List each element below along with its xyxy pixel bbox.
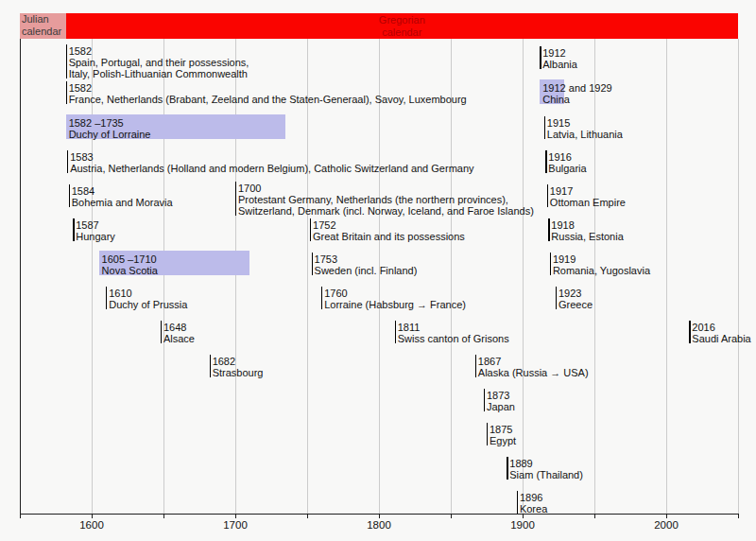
timeline-entry: 1582Spain, Portugal, and their possessio… <box>69 45 249 79</box>
timeline-entry: 1648Alsace <box>163 322 195 344</box>
gridline-1750 <box>307 39 308 514</box>
entry-tick-mark <box>550 253 551 275</box>
entry-label: Italy, Polish-Lithuanian Commonwealth <box>69 68 249 79</box>
gregorian-calendar-bar: Gregorian calendar <box>66 13 738 39</box>
entry-label: Latvia, Lithuania <box>547 129 623 140</box>
julian-bar-label-line1: Julian <box>22 13 66 26</box>
entry-tick-mark <box>545 150 546 173</box>
entry-tick-mark <box>556 287 557 309</box>
entry-tick-mark <box>321 287 322 309</box>
entry-label: Bulgaria <box>548 163 586 174</box>
timeline-entry: 1610Duchy of Prussia <box>109 288 187 310</box>
entry-tick-mark <box>689 321 690 343</box>
timeline-entry: 2016Saudi Arabia <box>692 322 750 344</box>
timeline-entry: 1923Greece <box>558 288 593 310</box>
timeline-entry: 1915Latvia, Lithuania <box>547 117 623 140</box>
entry-label: Romania, Yugoslavia <box>553 265 650 276</box>
entry-tick-mark <box>67 150 68 173</box>
entry-tick-mark <box>161 321 162 343</box>
entry-label: Lorraine (Habsburg → France) <box>324 299 466 310</box>
entry-year: 1918 <box>551 219 623 231</box>
gregorian-adoption-timeline-chart: Julian calendar Gregorian calendar 1582S… <box>0 0 756 541</box>
timeline-entry: 1875Egypt <box>490 424 516 446</box>
plot-left-border <box>20 13 22 514</box>
axis-tick-1550 <box>20 514 21 518</box>
entry-year: 1610 <box>109 288 187 299</box>
entry-year: 1752 <box>313 219 465 231</box>
timeline-entry: 1584Bohemia and Moravia <box>72 185 173 208</box>
axis-tick-1950 <box>594 514 595 518</box>
entry-year: 1912 <box>542 47 577 59</box>
gridline-1800 <box>379 39 380 514</box>
gridline-1900 <box>523 39 524 514</box>
entry-label: Ottoman Empire <box>550 197 626 208</box>
entry-label: Protestant Germany, Netherlands (the nor… <box>238 194 534 205</box>
timeline-entry: 1912 and 1929China <box>542 82 611 105</box>
julian-calendar-bar: Julian calendar <box>20 13 66 39</box>
entry-year: 1582 <box>69 82 467 94</box>
entry-tick-mark <box>235 182 236 216</box>
timeline-entry: 1896Korea <box>520 492 547 515</box>
entry-label: Korea <box>520 503 547 515</box>
entry-year: 1760 <box>324 288 466 299</box>
entry-label: China <box>542 94 611 105</box>
entry-label: Saudi Arabia <box>692 333 750 344</box>
axis-tick-1650 <box>163 514 164 518</box>
timeline-entry: 1912Albania <box>542 47 577 70</box>
timeline-entry: 1811Swiss canton of Grisons <box>398 322 509 344</box>
entry-tick-mark <box>395 321 396 343</box>
entry-tick-mark <box>548 218 549 241</box>
entry-label: Nova Scotia <box>102 265 158 276</box>
entry-tick-mark <box>517 491 518 514</box>
entry-year: 1582 –1735 <box>69 117 151 129</box>
entry-year: 1912 and 1929 <box>542 82 611 94</box>
axis-tick-2000 <box>666 514 667 518</box>
entry-tick-mark <box>475 355 476 377</box>
julian-bar-label-line2: calendar <box>22 26 66 38</box>
entry-tick-mark <box>484 389 485 411</box>
entry-tick-mark <box>507 457 507 480</box>
gridline-2050 <box>738 39 739 514</box>
entry-label: Duchy of Lorraine <box>69 129 151 140</box>
entry-label: Sweden (incl. Finland) <box>315 265 418 276</box>
timeline-entry: 1916Bulgaria <box>548 151 586 174</box>
axis-tick-1700 <box>235 514 236 518</box>
axis-tick-label-1900: 1900 <box>504 519 541 531</box>
entry-tick-mark <box>544 116 545 139</box>
gridline-2000 <box>666 39 667 514</box>
entry-label: Bohemia and Moravia <box>72 197 173 208</box>
gregorian-bar-label-line1: Gregorian <box>379 14 425 26</box>
entry-year: 1648 <box>163 322 195 333</box>
entry-tick-mark <box>540 46 541 69</box>
axis-tick-1600 <box>92 514 93 518</box>
entry-year: 1923 <box>558 288 593 299</box>
axis-tick-label-1800: 1800 <box>360 519 398 531</box>
timeline-entry: 1918Russia, Estonia <box>551 219 623 242</box>
entry-tick-mark <box>487 423 488 445</box>
gregorian-bar-label-line2: calendar <box>379 26 425 39</box>
timeline-entry: 1582France, Netherlands (Brabant, Zeelan… <box>69 82 467 105</box>
axis-tick-1750 <box>307 514 308 518</box>
entry-label: Greece <box>558 299 593 310</box>
timeline-entry: 1582 –1735Duchy of Lorraine <box>69 117 151 140</box>
entry-label: Albania <box>542 59 577 70</box>
entry-label: Russia, Estonia <box>551 231 623 242</box>
entry-tick-mark <box>547 184 548 207</box>
timeline-entry: 1587Hungary <box>76 219 115 242</box>
entry-year: 1867 <box>478 356 589 367</box>
timeline-entry: 1919Romania, Yugoslavia <box>553 253 650 276</box>
entry-year: 1700 <box>238 183 534 194</box>
timeline-entry: 1605 –1710Nova Scotia <box>102 253 158 276</box>
gridline-1950 <box>594 39 595 514</box>
gregorian-bar-label: Gregorian calendar <box>379 14 425 39</box>
timeline-entry: 1873Japan <box>487 390 515 412</box>
entry-year: 1916 <box>548 151 586 163</box>
entry-year: 1889 <box>509 458 583 469</box>
entry-tick-mark <box>66 81 67 104</box>
entry-label: Alaska (Russia → USA) <box>478 367 589 378</box>
timeline-entry: 1583Austria, Netherlands (Holland and mo… <box>70 151 473 174</box>
timeline-entry: 1682Strasbourg <box>213 356 264 378</box>
entry-year: 1919 <box>553 253 650 265</box>
axis-tick-label-1700: 1700 <box>216 519 254 531</box>
entry-year: 2016 <box>692 322 750 333</box>
